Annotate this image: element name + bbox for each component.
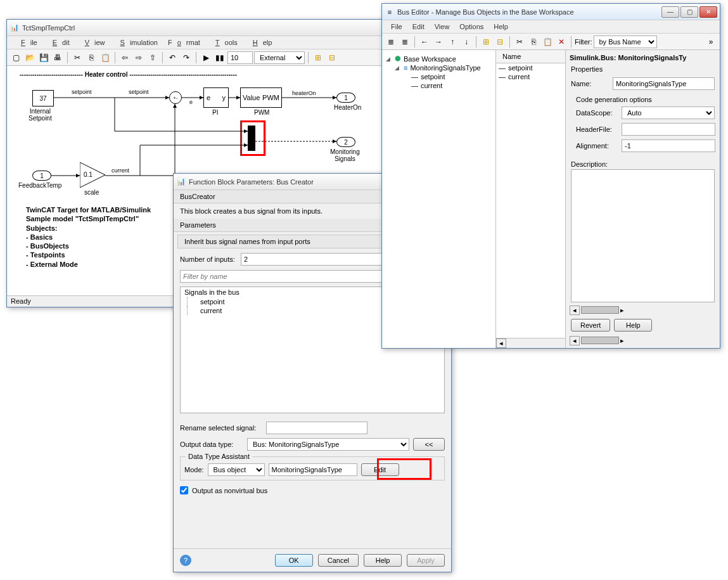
bus-menu-edit[interactable]: Edit bbox=[407, 22, 430, 32]
tree-bus[interactable]: ◢≡MonitoringSignalsType bbox=[383, 63, 494, 72]
desc-textarea[interactable] bbox=[571, 169, 715, 302]
redo-icon[interactable]: ↷ bbox=[180, 51, 193, 64]
bus-tb1-icon[interactable]: ≣ bbox=[385, 35, 397, 48]
filter-select[interactable]: by Bus Name bbox=[594, 35, 657, 48]
tree-root[interactable]: ◢⬢Base Workspace bbox=[383, 54, 494, 63]
sig-setpoint1: setpoint bbox=[72, 89, 92, 95]
bus-tb2-icon[interactable]: ≣ bbox=[399, 35, 411, 48]
bus-list[interactable]: Name —setpoint —current ◂ bbox=[496, 50, 566, 348]
menu-help[interactable]: Help bbox=[243, 37, 278, 48]
help-button[interactable]: Help bbox=[364, 554, 402, 567]
block-pwm[interactable]: ValuePWM bbox=[240, 87, 282, 108]
sig-heateron: heaterOn bbox=[292, 90, 316, 96]
hf-input[interactable] bbox=[622, 123, 715, 136]
bus-tb5-icon[interactable]: ↑ bbox=[446, 35, 459, 48]
block-bus-creator[interactable] bbox=[248, 126, 255, 151]
stop-icon[interactable]: ▮▮ bbox=[214, 51, 226, 64]
bus-menu-options[interactable]: Options bbox=[454, 22, 489, 32]
tool2-icon[interactable]: ⊟ bbox=[326, 51, 338, 64]
menu-view[interactable]: View bbox=[75, 37, 110, 48]
play-icon[interactable]: ▶ bbox=[200, 51, 212, 64]
revert-button[interactable]: Revert bbox=[571, 319, 610, 332]
up-icon[interactable]: ⇧ bbox=[146, 51, 159, 64]
new-icon[interactable]: ▢ bbox=[10, 51, 22, 64]
block-gain[interactable]: 0.1 bbox=[80, 162, 105, 188]
bus-tb4-icon[interactable]: → bbox=[432, 35, 445, 48]
save-icon[interactable]: 💾 bbox=[37, 51, 50, 64]
apply-button[interactable]: Apply bbox=[407, 554, 445, 567]
bus-tb6-icon[interactable]: ↓ bbox=[460, 35, 473, 48]
al-input[interactable] bbox=[622, 139, 715, 152]
prop-title: Simulink.Bus: MonitoringSignalsTy bbox=[570, 53, 716, 63]
back-icon[interactable]: ⇦ bbox=[118, 51, 131, 64]
menu-simulation[interactable]: Simulation bbox=[110, 37, 163, 48]
menu-format[interactable]: Format bbox=[163, 37, 205, 48]
cancel-button[interactable]: Cancel bbox=[318, 554, 359, 567]
mode-text[interactable] bbox=[269, 463, 357, 476]
bus-menu-file[interactable]: File bbox=[386, 22, 407, 32]
sig-setpoint2: setpoint bbox=[129, 89, 149, 95]
odt-select[interactable]: Bus: MonitoringSignalsType bbox=[247, 438, 409, 451]
rename-label: Rename selected signal: bbox=[180, 424, 262, 432]
model-note: TwinCAT Target for MATLAB/Simulink Sampl… bbox=[26, 205, 151, 269]
bus-title: Bus Editor - Manage Bus Objects in the B… bbox=[397, 8, 661, 16]
block-heater-out[interactable]: 1 bbox=[336, 93, 355, 103]
mode-select[interactable]: External bbox=[254, 51, 305, 64]
bus-menu-view[interactable]: View bbox=[430, 22, 455, 32]
block-pi[interactable]: ey bbox=[203, 87, 229, 108]
block-mon-out[interactable]: 2 bbox=[336, 137, 355, 147]
bus-titlebar[interactable]: ≡ Bus Editor - Manage Bus Objects in the… bbox=[382, 4, 720, 20]
step-input[interactable] bbox=[227, 51, 253, 64]
bus-paste-icon[interactable]: 📋 bbox=[541, 35, 554, 48]
bus-menu-help[interactable]: Help bbox=[489, 22, 513, 32]
sig-e: e bbox=[189, 99, 193, 105]
paste-icon[interactable]: 📋 bbox=[99, 51, 112, 64]
nonvirtual-checkbox[interactable] bbox=[180, 486, 188, 494]
tree-leaf1[interactable]: —setpoint bbox=[383, 72, 494, 81]
help-icon[interactable]: ? bbox=[180, 555, 191, 566]
block-feedback[interactable]: 1 bbox=[32, 171, 51, 181]
edit-button[interactable]: Edit bbox=[361, 463, 399, 476]
block-setpoint[interactable]: 37 bbox=[32, 90, 54, 106]
prop-hscroll2[interactable]: ◂▸ bbox=[570, 335, 716, 345]
simulink-titlebar[interactable]: 📊 TctSmplTempCtrl bbox=[7, 20, 389, 36]
bus-help-button[interactable]: Help bbox=[614, 319, 652, 332]
bus-cut-icon[interactable]: ✂ bbox=[513, 35, 526, 48]
list-sig2[interactable]: —current bbox=[496, 72, 565, 81]
fwd-icon[interactable]: ⇨ bbox=[132, 51, 145, 64]
tree-leaf2[interactable]: —current bbox=[383, 81, 494, 90]
bus-tb7-icon[interactable]: ⊞ bbox=[480, 35, 492, 48]
bus-copy-icon[interactable]: ⎘ bbox=[527, 35, 540, 48]
copy-icon[interactable]: ⎘ bbox=[85, 51, 98, 64]
bus-tree[interactable]: ◢⬢Base Workspace ◢≡MonitoringSignalsType… bbox=[382, 50, 496, 348]
minimize-icon[interactable]: — bbox=[661, 6, 679, 18]
overflow-icon[interactable]: » bbox=[705, 35, 717, 48]
open-icon[interactable]: 📂 bbox=[23, 51, 36, 64]
tool1-icon[interactable]: ⊞ bbox=[312, 51, 324, 64]
ok-button[interactable]: OK bbox=[275, 554, 313, 567]
list-hscroll[interactable]: ◂ bbox=[496, 338, 565, 348]
prop-hscroll1[interactable]: ◂▸ bbox=[570, 305, 716, 315]
rename-input[interactable] bbox=[266, 422, 367, 434]
label-gain: scale bbox=[84, 189, 99, 196]
ds-select[interactable]: Auto bbox=[622, 106, 715, 119]
bus-tb8-icon[interactable]: ⊟ bbox=[494, 35, 506, 48]
bus-delete-icon[interactable]: ✕ bbox=[555, 35, 568, 48]
collapse-btn[interactable]: << bbox=[413, 438, 445, 451]
menu-file[interactable]: File bbox=[11, 37, 42, 48]
cut-icon[interactable]: ✂ bbox=[71, 51, 84, 64]
maximize-icon[interactable]: ▢ bbox=[680, 6, 698, 18]
undo-icon[interactable]: ↶ bbox=[166, 51, 179, 64]
print-icon[interactable]: 🖶 bbox=[51, 51, 64, 64]
bus-tb3-icon[interactable]: ← bbox=[418, 35, 431, 48]
simulink-menubar[interactable]: File Edit View Simulation Format Tools H… bbox=[7, 36, 389, 49]
list-sig1[interactable]: —setpoint bbox=[496, 63, 565, 72]
bus-menubar[interactable]: File Edit View Options Help bbox=[382, 20, 720, 34]
name-input[interactable] bbox=[613, 77, 715, 90]
menu-tools[interactable]: Tools bbox=[205, 37, 243, 48]
close-icon[interactable]: ✕ bbox=[699, 6, 717, 18]
block-sum[interactable]: +- bbox=[169, 91, 182, 104]
filter-label: Filter: bbox=[575, 38, 592, 46]
mode-select-dta[interactable]: Bus object bbox=[208, 463, 265, 476]
menu-edit[interactable]: Edit bbox=[42, 37, 75, 48]
